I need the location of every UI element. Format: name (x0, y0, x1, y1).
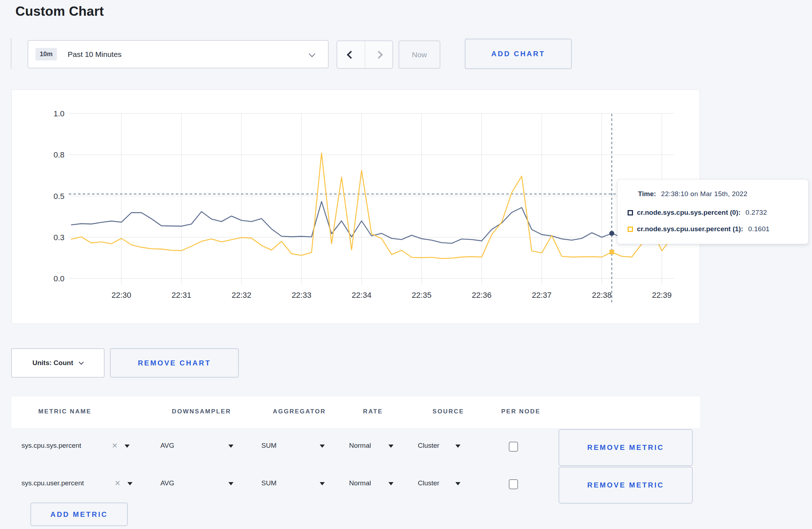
svg-text:0.3: 0.3 (53, 233, 64, 242)
col-header-downsampler: DOWNSAMPLER (172, 408, 231, 415)
remove-metric-button[interactable]: REMOVE METRIC (559, 429, 693, 466)
per-node-checkbox[interactable] (509, 479, 518, 489)
remove-metric-x-icon[interactable]: ✕ (112, 441, 118, 450)
hover-marker-user (609, 250, 614, 254)
svg-text:22:35: 22:35 (412, 291, 431, 300)
downsampler-caret-icon[interactable] (228, 445, 233, 448)
rate-select[interactable]: Normal (349, 442, 371, 450)
svg-text:0.0: 0.0 (53, 274, 64, 283)
units-select[interactable]: Units: Count (11, 348, 105, 378)
col-header-source: SOURCE (432, 408, 464, 415)
tooltip-time-value: 22:38:10 on Mar 15th, 2022 (661, 190, 747, 198)
metric-dropdown-caret-icon[interactable] (125, 445, 130, 448)
col-header-rate: RATE (363, 408, 383, 415)
downsampler-select[interactable]: AVG (160, 479, 174, 487)
col-header-aggregator: AGGREGATOR (273, 408, 326, 415)
tooltip-series-label: cr.node.sys.cpu.sys.percent (0): (637, 209, 740, 217)
chevron-down-icon (79, 360, 84, 365)
aggregator-caret-icon[interactable] (320, 482, 325, 485)
source-caret-icon[interactable] (455, 482, 460, 485)
hover-marker-sys (609, 231, 614, 236)
aggregator-select[interactable]: SUM (261, 479, 276, 487)
metric-name-value: sys.cpu.sys.percent (21, 442, 81, 450)
per-node-checkbox[interactable] (509, 442, 518, 452)
svg-text:22:33: 22:33 (292, 291, 311, 300)
svg-text:22:39: 22:39 (652, 291, 672, 300)
metrics-table-header: METRIC NAME DOWNSAMPLER AGGREGATOR RATE … (11, 397, 700, 428)
tooltip-time-label: Time: (638, 190, 656, 198)
tooltip-series-label: cr.node.sys.cpu.user.percent (1): (637, 225, 743, 233)
svg-text:1.0: 1.0 (53, 109, 64, 118)
source-select[interactable]: Cluster (418, 479, 439, 487)
x-grid-and-labels: 22:3022:3122:3222:3322:3422:3522:3622:37… (111, 113, 672, 300)
remove-metric-button[interactable]: REMOVE METRIC (559, 467, 693, 504)
rate-select[interactable]: Normal (349, 479, 371, 487)
remove-chart-button[interactable]: REMOVE CHART (110, 348, 239, 378)
source-caret-icon[interactable] (455, 445, 460, 448)
rate-caret-icon[interactable] (388, 445, 393, 448)
series-line-1 (71, 153, 672, 259)
add-metric-button[interactable]: ADD METRIC (30, 503, 128, 526)
svg-text:22:32: 22:32 (232, 291, 251, 300)
chart-tooltip: Time: 22:38:10 on Mar 15th, 2022 cr.node… (617, 179, 808, 244)
metric-name-value: sys.cpu.user.percent (21, 479, 84, 487)
svg-text:22:30: 22:30 (111, 291, 131, 300)
series-user-legend-swatch-icon (628, 227, 633, 232)
svg-text:22:37: 22:37 (532, 291, 552, 300)
col-header-per-node: PER NODE (501, 408, 541, 415)
svg-text:0.5: 0.5 (53, 192, 64, 201)
col-header-metric-name: METRIC NAME (38, 408, 92, 415)
downsampler-caret-icon[interactable] (228, 482, 233, 485)
aggregator-select[interactable]: SUM (261, 442, 276, 450)
units-select-label: Units: Count (33, 359, 73, 367)
tooltip-series-value: 0.1601 (748, 225, 770, 233)
svg-text:0.8: 0.8 (53, 150, 64, 159)
tooltip-series-value: 0.2732 (745, 209, 767, 217)
svg-text:22:34: 22:34 (352, 291, 371, 300)
svg-text:22:36: 22:36 (472, 291, 492, 300)
rate-caret-icon[interactable] (388, 482, 393, 485)
metric-dropdown-caret-icon[interactable] (127, 482, 132, 485)
series-sys-legend-swatch-icon (628, 210, 633, 215)
downsampler-select[interactable]: AVG (160, 442, 174, 450)
aggregator-caret-icon[interactable] (320, 445, 325, 448)
svg-text:22:38: 22:38 (592, 291, 612, 300)
svg-text:22:31: 22:31 (171, 291, 191, 300)
remove-metric-x-icon[interactable]: ✕ (115, 479, 121, 487)
source-select[interactable]: Cluster (418, 442, 439, 450)
